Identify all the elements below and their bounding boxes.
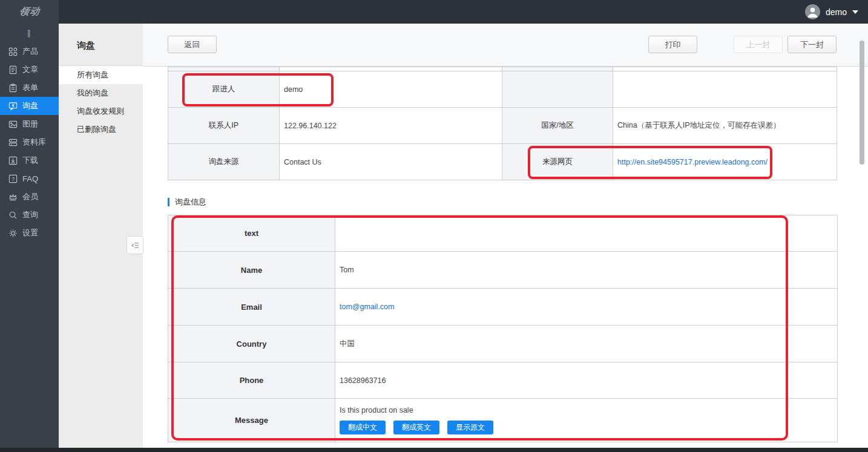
show-original-button[interactable]: 显示原文 (447, 421, 493, 434)
gear-icon (8, 229, 18, 238)
sidebar-item-label: 产品 (22, 46, 38, 57)
table-cell (280, 67, 502, 71)
grid-icon (8, 47, 18, 56)
follower-value: demo (280, 71, 502, 108)
submenu-item-deleted-inquiries[interactable]: 已删除询盘 (59, 120, 143, 139)
library-icon (8, 138, 18, 147)
table-cell (168, 67, 280, 71)
search-icon (8, 211, 18, 220)
accent-bar (168, 198, 169, 206)
empty-label (502, 71, 613, 108)
next-mail-button[interactable]: 下一封 (787, 36, 837, 53)
contact-ip-value: 122.96.140.122 (280, 108, 502, 144)
vertical-scrollbar-thumb[interactable] (860, 41, 864, 165)
previous-mail-button[interactable]: 上一封 (734, 36, 783, 53)
article-icon (8, 65, 18, 74)
sidebar-item-label: 下载 (22, 155, 38, 166)
sidebar-item-faq[interactable]: ? FAQ (0, 169, 59, 188)
submenu-collapse-button[interactable] (127, 236, 143, 254)
email-label: Email (168, 289, 335, 326)
sidebar-item-search[interactable]: 查询 (0, 206, 59, 224)
svg-text:?: ? (12, 175, 15, 182)
sidebar-item-label: 表单 (22, 82, 38, 93)
sidebar-item-members[interactable]: 会员 (0, 188, 59, 206)
country-value: 中国 (335, 326, 838, 362)
source-page-link[interactable]: http://en.site94595717.preview.leadong.c… (617, 158, 768, 166)
empty-value (613, 71, 837, 108)
name-value: Tom (335, 252, 838, 289)
inquiry-source-value: Contact Us (280, 144, 502, 180)
translate-to-english-button[interactable]: 翻成英文 (393, 421, 439, 434)
section-title-text: 询盘信息 (175, 197, 206, 208)
sidebar-item-downloads[interactable]: 下载 (0, 151, 59, 169)
sidebar-item-forms[interactable]: 表单 (0, 79, 59, 97)
follower-label: 跟进人 (168, 71, 280, 108)
sidebar-item-albums[interactable]: 图册 (0, 115, 59, 133)
member-icon (8, 192, 18, 201)
inquiry-icon: ¥ (8, 102, 18, 111)
top-bar: 领动 demo (0, 0, 868, 24)
sidebar-item-label: 设置 (22, 228, 38, 238)
sidebar-item-articles[interactable]: 文章 (0, 61, 59, 79)
submenu-title: 询盘 (59, 24, 143, 66)
sidebar-item-settings[interactable]: 设置 (0, 224, 59, 242)
download-icon (8, 156, 18, 165)
table-cell (502, 67, 613, 71)
inquiry-source-label: 询盘来源 (168, 144, 280, 180)
sidebar-item-inquiries[interactable]: ¥ 询盘 (0, 97, 59, 115)
message-cell: Is this product on sale 翻成中文 翻成英文 显示原文 (335, 399, 838, 442)
sidebar-item-products[interactable]: 产品 (0, 42, 59, 61)
contact-info-table: 跟进人 demo 联系人IP 122.96.140.122 国家/地区 Chin… (168, 67, 837, 180)
submenu-item-inquiry-rules[interactable]: 询盘收发规则 (59, 102, 143, 120)
main-sidebar: ∥ 产品 文章 表单 ¥ 询盘 图册 资料库 下载 ? FAQ 会员 查询 设 (0, 24, 59, 448)
logo-block: 领动 (0, 0, 59, 24)
text-label: text (168, 215, 335, 252)
sidebar-item-label: FAQ (22, 174, 38, 183)
user-name: demo (826, 7, 847, 17)
sidebar-item-label: 查询 (22, 209, 38, 220)
detail-toolbar: 返回 打印 上一封 下一封 (143, 24, 868, 67)
sidebar-item-label: 会员 (22, 191, 38, 202)
chevron-down-icon (852, 10, 858, 14)
source-page-label: 来源网页 (502, 144, 613, 180)
source-page-cell: http://en.site94595717.preview.leadong.c… (613, 144, 837, 180)
sidebar-item-label: 图册 (22, 119, 38, 129)
leadong-logo: 领动 (18, 5, 41, 18)
submenu-item-my-inquiries[interactable]: 我的询盘 (59, 84, 143, 102)
inquiry-info-table: text Name Tom Email tom@gmail.com Countr… (168, 215, 837, 442)
translate-to-chinese-button[interactable]: 翻成中文 (340, 421, 386, 434)
sidebar-collapse-icon[interactable]: ∥ (0, 24, 59, 42)
detail-content: 跟进人 demo 联系人IP 122.96.140.122 国家/地区 Chin… (143, 67, 868, 448)
print-button[interactable]: 打印 (648, 36, 697, 53)
message-text: Is this product on sale (340, 406, 413, 414)
email-cell: tom@gmail.com (335, 289, 838, 326)
country-region-label: 国家/地区 (502, 108, 613, 144)
message-label: Message (168, 399, 335, 442)
phone-value: 13628963716 (335, 362, 838, 399)
contact-ip-label: 联系人IP (168, 108, 280, 144)
form-icon (8, 84, 18, 93)
user-menu[interactable]: demo (805, 0, 858, 24)
table-cell (613, 67, 837, 71)
submenu-item-all-inquiries[interactable]: 所有询盘 (59, 66, 143, 84)
country-label: Country (168, 326, 335, 362)
avatar (805, 4, 820, 19)
phone-label: Phone (168, 362, 335, 399)
text-value (335, 215, 838, 252)
faq-icon: ? (8, 174, 18, 183)
sidebar-item-label: 询盘 (22, 100, 38, 111)
sidebar-item-label: 资料库 (22, 137, 46, 148)
sidebar-item-library[interactable]: 资料库 (0, 133, 59, 151)
collapse-panel-icon (131, 241, 140, 250)
album-icon (8, 120, 18, 129)
main-panel: 返回 打印 上一封 下一封 跟进人 demo 联系人IP 122.96.140.… (143, 24, 868, 448)
translate-buttons: 翻成中文 翻成英文 显示原文 (340, 421, 493, 434)
back-button[interactable]: 返回 (168, 36, 217, 53)
sidebar-item-label: 文章 (22, 64, 38, 75)
country-region-value: China（基于联系人IP地址定位，可能存在误差） (613, 108, 837, 144)
email-link[interactable]: tom@gmail.com (340, 303, 395, 311)
window-bottom-edge (0, 448, 868, 452)
name-label: Name (168, 252, 335, 289)
inquiry-info-section-header: 询盘信息 (168, 197, 206, 208)
svg-text:¥: ¥ (12, 103, 15, 107)
